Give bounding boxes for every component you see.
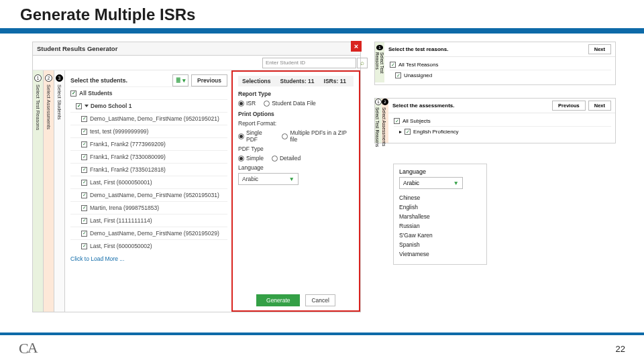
checkbox-icon[interactable] [405, 129, 411, 135]
previous-button[interactable]: Previous [191, 74, 227, 86]
step1-panel: 1 Select Test Reasons Select the test re… [374, 42, 616, 85]
tab-test-reasons[interactable]: 1 Select Test Reasons [375, 99, 382, 143]
student-name: Last, First (6000050002) [90, 243, 152, 249]
checkbox-icon[interactable] [81, 167, 87, 173]
step2-panel: 1 Select Test Reasons 2 Select Assessmen… [374, 98, 616, 143]
student-row[interactable]: Frank1, Frank2 (7330080099) [70, 150, 227, 163]
student-name: Demo_LastName, Demo_FirstName (952019502… [90, 230, 219, 237]
all-students-row[interactable]: All Students [70, 86, 227, 99]
student-row[interactable]: Frank1, Frank2 (7773969209) [70, 137, 227, 150]
checkbox-icon[interactable] [394, 118, 400, 124]
school-row[interactable]: Demo School 1 [70, 99, 227, 112]
generate-button[interactable]: Generate [256, 294, 300, 306]
step-label: Select Test Reasons [375, 107, 380, 147]
load-more-link[interactable]: Click to Load More ... [70, 252, 227, 265]
tab-assessments[interactable]: 2 Select Assessments [382, 99, 388, 143]
student-row[interactable]: Demo_LastName, Demo_FirstName (952019502… [70, 112, 227, 125]
chevron-down-icon[interactable] [85, 105, 89, 107]
language-select[interactable]: Arabic ▼ [399, 177, 463, 189]
student-row[interactable]: Last, First (6000050002) [70, 239, 227, 252]
step2-title: Select the assessments. [392, 103, 455, 109]
print-options-label: Print Options [238, 111, 354, 117]
radio-icon [238, 133, 244, 139]
isr-radio[interactable]: ISR [238, 100, 256, 107]
language-option[interactable]: Marshallese [399, 212, 481, 221]
checkbox-icon[interactable] [81, 141, 87, 147]
language-option[interactable]: English [399, 202, 481, 212]
selections-panel: Selections Students: 11 ISRs: 11 Report … [233, 70, 360, 312]
step-badge: 2 [382, 99, 388, 105]
pdf-type-label: PDF Type [238, 145, 354, 152]
checkbox-icon[interactable] [81, 218, 87, 224]
checkbox-icon[interactable] [70, 90, 76, 97]
step-badge: 1 [34, 74, 42, 82]
tab-students[interactable]: 3 Select Students [54, 70, 65, 312]
student-name: Frank1, Frank2 (7330080099) [90, 154, 166, 160]
close-icon[interactable]: × [351, 41, 362, 52]
checkbox-icon[interactable] [81, 192, 87, 198]
student-row[interactable]: Demo_LastName, Demo_FirstName (952019502… [70, 227, 227, 239]
language-option[interactable]: Chinese [399, 193, 481, 202]
radio-icon [264, 101, 270, 107]
report-type-label: Report Type [238, 90, 354, 97]
search-icon[interactable]: ⌕ [357, 58, 368, 68]
student-data-file-radio[interactable]: Student Data File [264, 100, 316, 107]
chevron-right-icon[interactable]: ▸ [399, 129, 402, 135]
next-button[interactable]: Next [588, 101, 611, 111]
student-results-generator: Student Results Generator × Enter Studen… [32, 42, 361, 312]
radio-icon [238, 101, 244, 107]
all-subjects-row[interactable]: All Subjects [394, 116, 611, 126]
unassigned-row[interactable]: Unassigned [390, 70, 611, 80]
step-label: Select Students [56, 84, 62, 120]
checkbox-icon[interactable] [81, 205, 87, 211]
report-format-label: Report Format: [238, 120, 354, 127]
previous-button[interactable]: Previous [552, 101, 586, 111]
multi-pdf-radio[interactable]: Multiple PDFs in a ZIP file [282, 129, 354, 143]
language-select[interactable]: Arabic ▼ [238, 173, 299, 185]
language-options: Chinese English Marshallese Russian S'Ga… [399, 193, 481, 259]
checkbox-icon[interactable] [81, 154, 87, 160]
checkbox-icon[interactable] [81, 129, 87, 135]
all-reasons-row[interactable]: All Test Reasons [390, 60, 611, 70]
step-badge: 1 [376, 45, 383, 50]
tab-test-reasons[interactable]: 1 Select Test Reasons [375, 42, 384, 82]
checkbox-icon[interactable] [81, 116, 87, 122]
cancel-button[interactable]: Cancel [305, 294, 335, 306]
student-name: Martin, Irena (9998751853) [90, 204, 159, 211]
step-label: Select Assessments [46, 84, 52, 129]
checkbox-icon[interactable] [81, 243, 87, 249]
student-row[interactable]: Last, First (6000050001) [70, 176, 227, 188]
search-placeholder: Enter Student ID [266, 60, 305, 66]
chevron-down-icon: ▼ [289, 176, 294, 182]
footer: CA 22 [0, 333, 644, 362]
english-proficiency-row[interactable]: ▸English Proficiency [394, 126, 611, 137]
page-title: Generate Multiple ISRs [20, 5, 624, 24]
detailed-radio[interactable]: Detailed [272, 155, 301, 162]
tab-assessments[interactable]: 2 Select Assessments [44, 70, 54, 312]
step-label: Select Test Reasons [375, 52, 384, 82]
selections-header: Selections Students: 11 ISRs: 11 [238, 76, 354, 86]
language-option[interactable]: Spanish [399, 240, 481, 249]
single-pdf-radio[interactable]: Single PDF [238, 129, 274, 143]
checkbox-icon[interactable] [395, 72, 401, 78]
filter-icon[interactable]: ≣▾ [172, 74, 189, 86]
student-row[interactable]: Frank1, Frank2 (7335012818) [70, 163, 227, 176]
student-row[interactable]: test, test (9999999999) [70, 125, 227, 137]
student-row[interactable]: Last, First (1111111114) [70, 214, 227, 227]
student-name: Last, First (1111111114) [90, 217, 152, 224]
student-row[interactable]: Demo_LastName, Demo_FirstName (952019503… [70, 188, 227, 201]
search-input[interactable]: Enter Student ID ⌕ [262, 58, 356, 68]
tab-test-reasons[interactable]: 1 Select Test Reasons [33, 70, 44, 312]
checkbox-icon[interactable] [76, 103, 82, 109]
checkbox-icon[interactable] [81, 231, 87, 237]
language-option[interactable]: Russian [399, 221, 481, 231]
language-value: Arabic [242, 176, 258, 182]
language-option[interactable]: S'Gaw Karen [399, 231, 481, 240]
checkbox-icon[interactable] [390, 62, 396, 68]
language-option[interactable]: Vietnamese [399, 249, 481, 259]
next-button[interactable]: Next [588, 44, 611, 54]
checkbox-icon[interactable] [81, 180, 87, 186]
student-row[interactable]: Martin, Irena (9998751853) [70, 201, 227, 214]
student-name: Demo_LastName, Demo_FirstName (952019502… [90, 115, 219, 122]
simple-radio[interactable]: Simple [238, 155, 264, 162]
